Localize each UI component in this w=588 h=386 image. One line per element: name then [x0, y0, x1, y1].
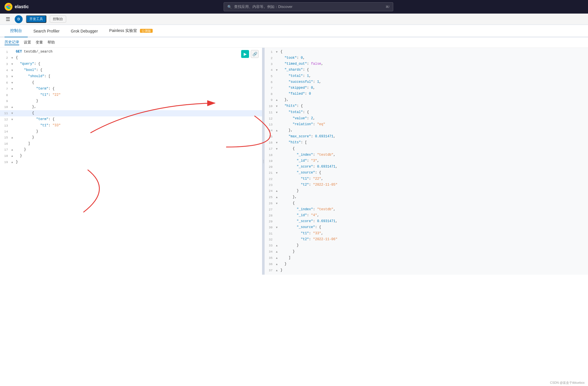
line-arrow — [11, 98, 16, 99]
line-number: 17 — [0, 147, 11, 153]
table-row: 13 "t1": "33" — [0, 123, 262, 129]
line-content: "should": [ — [16, 73, 262, 79]
editor-toolbar: ▶ 🔗 — [241, 50, 259, 58]
table-row: 1 GET testdb/_search — [0, 49, 262, 55]
line-number: 16 — [265, 140, 276, 146]
line-number: 9 — [265, 97, 276, 103]
response-editor[interactable]: 1 ▼ { 2 "took": 0, 3 "timed_out": false,… — [265, 48, 588, 275]
line-arrow: ▲ — [11, 153, 16, 159]
line-content: "t1": "33" — [16, 123, 262, 128]
line-number: 30 — [265, 224, 276, 230]
line-number: 29 — [265, 218, 276, 224]
line-content: "_source": { — [280, 224, 588, 230]
line-content: } — [280, 261, 588, 267]
table-row: 17 ▼ { — [265, 146, 588, 152]
code-editor[interactable]: 1 GET testdb/_search 2 ▼ { 3 ▼ "query": … — [0, 48, 262, 275]
line-arrow — [276, 85, 280, 86]
line-arrow: ▼ — [11, 116, 16, 123]
history-button[interactable]: 历史记录 — [5, 40, 19, 45]
table-row: 12 ▼ "term": { — [0, 116, 262, 123]
line-content: } — [16, 159, 262, 165]
line-content: } — [16, 135, 262, 140]
table-row: 11 ▼ { — [0, 110, 262, 116]
table-row: 9 ▲ }, — [265, 97, 588, 103]
table-row: 31 "t1": "33", — [265, 231, 588, 237]
table-row: 18 ▲ } — [0, 153, 262, 159]
line-number: 25 — [265, 194, 276, 200]
table-row: 25 ▲ }, — [265, 194, 588, 200]
table-row: 10 ▼ "hits": { — [265, 103, 588, 109]
editor-panel: ▶ 🔗 1 GET testdb/_search 2 ▼ { 3 ▼ "quer… — [0, 48, 262, 275]
line-content: } — [280, 242, 588, 248]
elastic-logo[interactable]: elastic — [5, 3, 29, 11]
line-number: 5 — [0, 73, 11, 79]
table-row: 37 ▲ } — [265, 267, 588, 274]
line-arrow — [11, 123, 16, 123]
table-row: 15 ▲ } — [0, 135, 262, 141]
table-row: 24 ▲ } — [265, 188, 588, 194]
line-arrow — [276, 79, 280, 80]
search-icon: 🔍 — [227, 5, 232, 9]
line-number: 24 — [265, 188, 276, 194]
line-content: "_id": "4", — [280, 212, 588, 218]
table-row: 27 "_index": "testdb", — [265, 207, 588, 212]
line-content: "successful": 1, — [280, 79, 588, 85]
line-number: 16 — [0, 141, 11, 147]
tab-painless-lab[interactable]: Painless 实验室 公测版 — [103, 25, 158, 37]
devtools-button[interactable]: 开发工具 — [26, 15, 46, 23]
line-arrow: ▲ — [11, 135, 16, 141]
line-arrow — [11, 141, 16, 141]
line-arrow — [276, 207, 280, 207]
line-number: 15 — [265, 134, 276, 140]
table-row: 34 ▲ } — [265, 249, 588, 255]
tab-bar: 控制台 Search Profiler Grok Debugger Painle… — [0, 25, 588, 37]
panel-divider[interactable]: ⋮ — [262, 48, 265, 275]
line-number: 18 — [0, 153, 11, 159]
line-content: "hits": { — [280, 103, 588, 109]
line-content: "took": 0, — [280, 55, 588, 61]
line-arrow — [276, 212, 280, 213]
table-row: 3 ▼ "query": { — [0, 61, 262, 67]
line-arrow: ▼ — [11, 86, 16, 92]
line-content: } — [16, 147, 262, 152]
variables-button[interactable]: 变量 — [36, 40, 43, 45]
line-number: 8 — [265, 91, 276, 97]
line-number: 19 — [0, 159, 11, 165]
line-arrow — [276, 91, 280, 92]
line-arrow — [11, 49, 16, 49]
tab-console[interactable]: 控制台 — [5, 25, 28, 37]
console-button[interactable]: 控制台 — [50, 16, 66, 23]
line-content: { — [16, 80, 262, 85]
line-arrow: ▼ — [11, 55, 16, 61]
settings-button[interactable]: 设置 — [24, 40, 31, 45]
play-button[interactable]: ▶ — [241, 50, 249, 58]
line-number: 9 — [0, 98, 11, 104]
line-arrow: ▲ — [11, 147, 16, 153]
table-row: 1 ▼ { — [265, 49, 588, 55]
table-row: 15 "max_score": 0.6931471, — [265, 134, 588, 140]
line-content: "term": { — [16, 116, 262, 122]
line-arrow: ▲ — [11, 104, 16, 110]
line-arrow — [276, 164, 280, 164]
line-content: "total": 1, — [280, 73, 588, 79]
line-number: 21 — [265, 170, 276, 176]
line-content: ] — [280, 255, 588, 261]
line-arrow: ▲ — [276, 97, 280, 103]
line-number: 2 — [265, 55, 276, 61]
table-row: 32 "t2": "2022-11-06" — [265, 237, 588, 242]
line-arrow: ▼ — [276, 49, 280, 55]
help-button[interactable]: 帮助 — [47, 40, 55, 45]
line-arrow — [276, 122, 280, 122]
elastic-logo-icon — [5, 3, 12, 11]
table-row: 14 ▲ }, — [265, 127, 588, 134]
hamburger-button[interactable]: ☰ — [5, 15, 11, 23]
line-arrow: ▼ — [276, 109, 280, 116]
user-avatar[interactable]: D — [15, 15, 23, 23]
copy-curl-button[interactable]: 🔗 — [251, 50, 259, 58]
tab-grok-debugger[interactable]: Grok Debugger — [65, 25, 104, 37]
table-row: 3 "timed_out": false, — [265, 61, 588, 67]
tab-search-profiler[interactable]: Search Profiler — [28, 25, 65, 37]
line-arrow: ▲ — [276, 194, 280, 200]
line-content: "_source": { — [280, 170, 588, 175]
global-search[interactable]: 🔍 查找应用、内容等。例如：Discover ⌘/ — [224, 2, 393, 11]
